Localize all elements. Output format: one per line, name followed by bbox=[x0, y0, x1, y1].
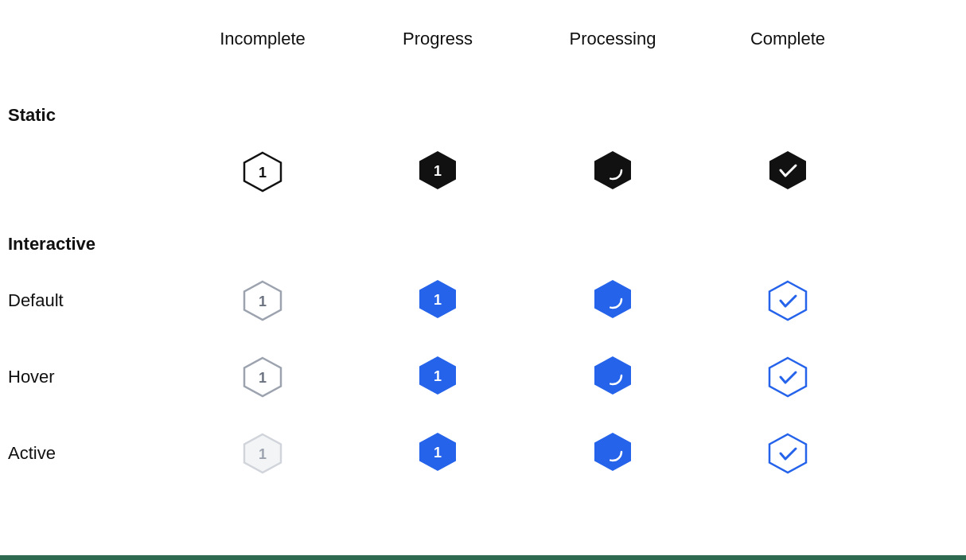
svg-marker-20 bbox=[769, 358, 806, 396]
interactive-active-progress-cell[interactable]: 1 bbox=[350, 415, 525, 492]
section-label-static: Static bbox=[0, 81, 875, 134]
static-row-label bbox=[0, 134, 175, 210]
static-processing-icon bbox=[592, 150, 633, 194]
header-complete: Complete bbox=[700, 16, 875, 81]
interactive-hover-incomplete-cell[interactable]: 1 bbox=[175, 339, 350, 415]
svg-marker-13 bbox=[769, 282, 806, 320]
interactive-active-processing-cell[interactable] bbox=[525, 415, 700, 492]
interactive-hover-progress-cell[interactable]: 1 bbox=[350, 339, 525, 415]
interactive-active-complete-cell[interactable] bbox=[700, 415, 875, 492]
interactive-default-processing-icon bbox=[592, 278, 633, 323]
svg-text:1: 1 bbox=[434, 292, 442, 308]
interactive-default-incomplete-icon: 1 bbox=[242, 280, 283, 321]
bottom-bar bbox=[0, 555, 966, 560]
interactive-hover-processing-cell[interactable] bbox=[525, 339, 700, 415]
interactive-active-processing-icon bbox=[592, 431, 633, 476]
section-label-interactive: Interactive bbox=[0, 210, 875, 262]
interactive-hover-complete-cell[interactable] bbox=[700, 339, 875, 415]
static-processing-cell bbox=[525, 134, 700, 210]
svg-marker-11 bbox=[594, 280, 631, 318]
svg-marker-6 bbox=[769, 151, 806, 189]
main-grid: Incomplete Progress Processing Complete … bbox=[0, 0, 966, 492]
interactive-default-complete-icon bbox=[767, 280, 808, 321]
header-progress: Progress bbox=[350, 16, 525, 81]
interactive-hover-processing-icon bbox=[592, 355, 633, 399]
interactive-default-incomplete-cell[interactable]: 1 bbox=[175, 262, 350, 339]
svg-text:1: 1 bbox=[259, 370, 267, 386]
interactive-default-processing-cell[interactable] bbox=[525, 262, 700, 339]
interactive-hover-complete-icon bbox=[767, 356, 808, 398]
interactive-default-progress-cell[interactable]: 1 bbox=[350, 262, 525, 339]
interactive-default-label: Default bbox=[0, 262, 175, 339]
svg-text:1: 1 bbox=[259, 446, 267, 462]
header-processing: Processing bbox=[525, 16, 700, 81]
svg-text:1: 1 bbox=[259, 165, 267, 181]
static-complete-cell bbox=[700, 134, 875, 210]
svg-marker-4 bbox=[594, 151, 631, 189]
interactive-hover-label: Hover bbox=[0, 339, 175, 415]
interactive-active-progress-icon: 1 bbox=[417, 431, 458, 476]
static-incomplete-icon: 1 bbox=[242, 151, 283, 192]
svg-text:1: 1 bbox=[259, 294, 267, 309]
svg-marker-18 bbox=[594, 356, 631, 395]
svg-text:1: 1 bbox=[434, 163, 442, 179]
static-incomplete-cell: 1 bbox=[175, 134, 350, 210]
interactive-active-incomplete-icon: 1 bbox=[242, 433, 283, 474]
header-col0 bbox=[0, 16, 175, 81]
svg-text:1: 1 bbox=[434, 445, 442, 461]
svg-marker-25 bbox=[594, 433, 631, 471]
interactive-hover-progress-icon: 1 bbox=[417, 355, 458, 399]
svg-text:1: 1 bbox=[434, 368, 442, 384]
header-incomplete: Incomplete bbox=[175, 16, 350, 81]
static-progress-icon: 1 bbox=[417, 150, 458, 194]
interactive-active-label: Active bbox=[0, 415, 175, 492]
static-complete-icon bbox=[767, 150, 808, 194]
svg-marker-27 bbox=[769, 434, 806, 472]
interactive-hover-incomplete-icon: 1 bbox=[242, 356, 283, 398]
interactive-default-progress-icon: 1 bbox=[417, 278, 458, 323]
interactive-active-complete-icon bbox=[767, 433, 808, 474]
interactive-default-complete-cell[interactable] bbox=[700, 262, 875, 339]
interactive-active-incomplete-cell[interactable]: 1 bbox=[175, 415, 350, 492]
static-progress-cell: 1 bbox=[350, 134, 525, 210]
